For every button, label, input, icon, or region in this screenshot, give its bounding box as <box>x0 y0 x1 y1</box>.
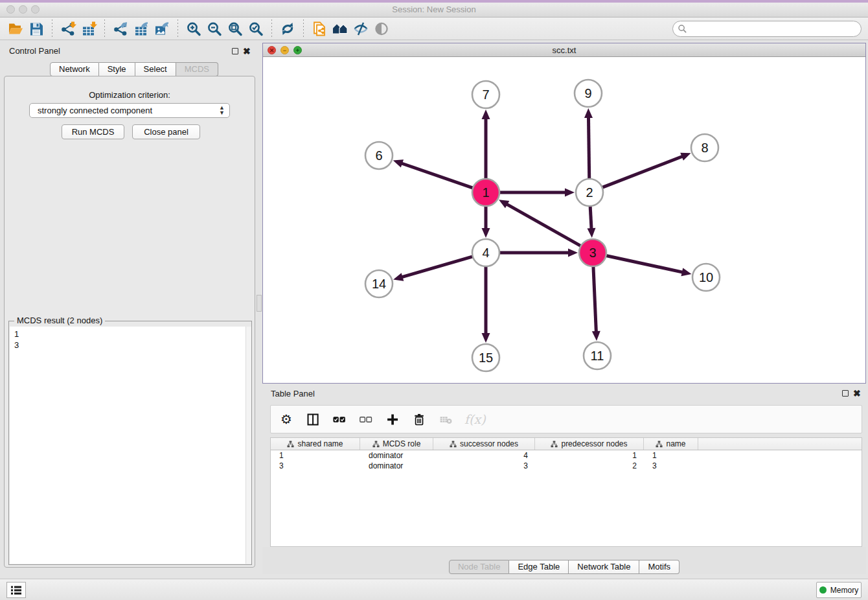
tab-edge-table[interactable]: Edge Table <box>509 560 569 574</box>
graph-edge-3-10[interactable] <box>606 255 683 272</box>
column-header-predecessor-nodes[interactable]: predecessor nodes <box>535 438 644 450</box>
first-neighbors-button[interactable] <box>330 19 350 38</box>
table-cell[interactable]: 1 <box>644 450 698 461</box>
tab-style[interactable]: Style <box>99 62 135 76</box>
table-toolbar: ⚙f(x) <box>270 405 862 433</box>
search-icon <box>678 24 687 34</box>
table-cell[interactable]: 3 <box>271 461 360 471</box>
column-label: predecessor nodes <box>561 439 627 448</box>
delete-row-button[interactable] <box>411 411 427 428</box>
import-table-button[interactable] <box>78 19 99 38</box>
first-neighbors-icon <box>333 24 347 33</box>
status-bar: Memory <box>0 579 868 600</box>
close-panel-button[interactable]: Close panel <box>132 124 200 139</box>
delete-table-button <box>438 411 453 428</box>
graph-edge-arrowhead <box>680 153 691 161</box>
export-table-button[interactable] <box>131 19 152 38</box>
graph-node-label: 3 <box>589 246 596 260</box>
network-view-window: ✕ − + scc.txt 1234678910111415 <box>262 43 866 384</box>
network-window-titlebar[interactable]: ✕ − + scc.txt <box>263 43 865 57</box>
function-builder-button: f(x) <box>464 411 486 428</box>
control-panel-window-icons: ✖ <box>232 48 251 54</box>
columns-button[interactable] <box>305 411 321 428</box>
table-cell[interactable]: 1 <box>535 450 644 461</box>
select-all-button[interactable] <box>332 411 347 428</box>
tab-mcds[interactable]: MCDS <box>176 62 218 76</box>
graph-edge-2-9[interactable] <box>588 117 589 179</box>
task-history-button[interactable] <box>6 582 26 598</box>
export-network-button[interactable] <box>110 19 131 38</box>
criterion-dropdown[interactable]: strongly connected component ▲▼ <box>29 103 230 118</box>
panel-splitter-handle[interactable] <box>257 295 262 312</box>
table-cell[interactable]: 2 <box>535 461 644 471</box>
graph-edge-4-14[interactable] <box>402 257 473 277</box>
refresh-button[interactable] <box>277 19 298 38</box>
mcds-result-title: MCDS result (2 nodes) <box>14 316 105 325</box>
column-tree-icon <box>551 441 558 448</box>
column-tree-icon <box>656 441 663 448</box>
column-header-successor-nodes[interactable]: successor nodes <box>433 438 535 450</box>
memory-button[interactable]: Memory <box>816 582 862 598</box>
memory-label: Memory <box>830 586 858 595</box>
graph-edge-3-1[interactable] <box>506 204 580 246</box>
hide-selected-button[interactable] <box>350 19 371 38</box>
columns-icon <box>306 413 320 426</box>
graph-edge-arrowhead <box>482 110 490 119</box>
close-panel-icon[interactable]: ✖ <box>243 48 251 54</box>
graph-edge-1-6[interactable] <box>401 163 473 188</box>
mcds-result-text[interactable]: 1 3 <box>10 327 251 564</box>
tab-select[interactable]: Select <box>135 62 176 76</box>
close-table-panel-icon[interactable]: ✖ <box>853 390 861 397</box>
export-network-icon <box>114 22 127 35</box>
tab-motifs[interactable]: Motifs <box>639 560 680 574</box>
export-table-icon <box>135 22 148 35</box>
table-cell[interactable]: dominator <box>360 461 433 471</box>
save-session-button[interactable] <box>26 19 47 38</box>
deselect-all-button[interactable] <box>358 411 374 428</box>
gear-button[interactable]: ⚙ <box>279 411 294 428</box>
toolbar-separator <box>104 19 105 38</box>
network-graph[interactable]: 1234678910111415 <box>263 57 865 383</box>
import-network-button[interactable] <box>58 19 78 38</box>
open-session-button[interactable] <box>5 19 26 38</box>
tab-network-table[interactable]: Network Table <box>569 560 639 574</box>
table-cell[interactable]: 1 <box>271 450 360 461</box>
mcds-panel: Optimization criterion: strongly connect… <box>4 76 255 568</box>
memory-status-icon <box>819 586 827 594</box>
zoom-fit-button[interactable] <box>225 19 246 38</box>
column-header-shared-name[interactable]: shared name <box>271 438 360 450</box>
graph-edge-2-8[interactable] <box>602 156 683 187</box>
tab-network[interactable]: Network <box>50 62 99 76</box>
network-window-title: scc.txt <box>263 45 865 55</box>
zoom-fit-icon <box>229 23 241 34</box>
column-tree-icon <box>450 441 457 448</box>
run-mcds-button[interactable]: Run MCDS <box>62 124 124 139</box>
float-table-panel-icon[interactable] <box>842 390 849 397</box>
float-panel-icon[interactable] <box>232 48 238 54</box>
table-cell[interactable]: 3 <box>644 461 698 471</box>
clone-network-button[interactable] <box>309 19 330 38</box>
table-cell[interactable]: 3 <box>433 461 535 471</box>
column-header-MCDS-role[interactable]: MCDS role <box>360 438 433 450</box>
delete-table-icon <box>439 413 453 426</box>
table-cell[interactable]: dominator <box>360 450 433 461</box>
search-box[interactable] <box>672 21 862 37</box>
graph-edge-2-3[interactable] <box>590 206 591 229</box>
zoom-out-button[interactable] <box>204 19 225 38</box>
save-session-icon <box>30 23 43 35</box>
search-input[interactable] <box>687 23 861 36</box>
table-cell[interactable]: 4 <box>433 450 535 461</box>
control-panel-title: Control Panel <box>9 46 60 56</box>
show-all-button[interactable] <box>371 19 392 38</box>
add-row-button[interactable] <box>385 411 400 428</box>
graph-node-label: 15 <box>479 351 493 365</box>
zoom-selected-button[interactable] <box>246 19 266 38</box>
result-scrollbar[interactable] <box>246 327 251 564</box>
criterion-value: strongly connected component <box>38 106 152 115</box>
export-image-button[interactable] <box>152 19 172 38</box>
graph-edge-3-11[interactable] <box>593 266 596 332</box>
column-header-name[interactable]: name <box>644 438 698 450</box>
tab-node-table[interactable]: Node Table <box>449 560 510 574</box>
zoom-in-button[interactable] <box>183 19 204 38</box>
graph-edge-arrowhead <box>568 249 578 257</box>
